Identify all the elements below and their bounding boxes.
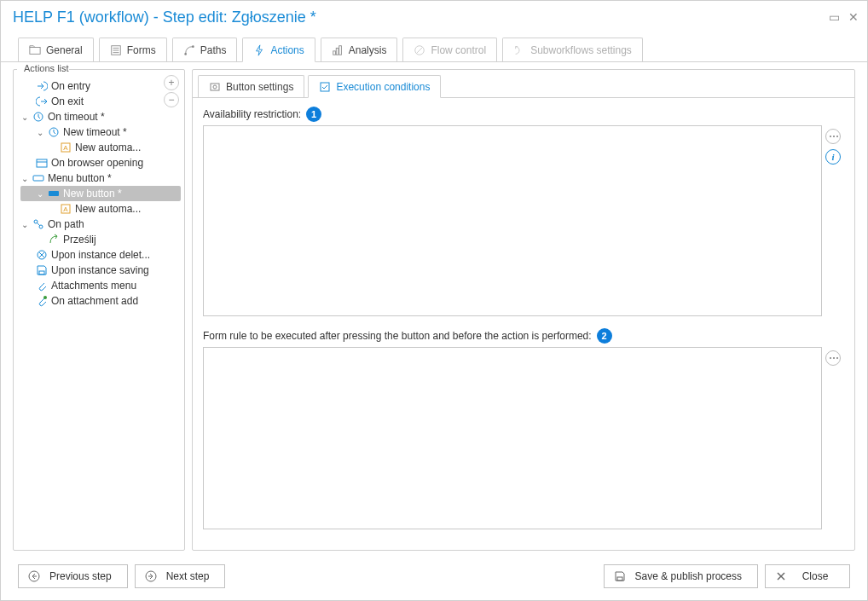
tree-on-entry[interactable]: On entry xyxy=(20,78,181,94)
arrow-right-icon xyxy=(144,569,158,583)
tree-new-timeout[interactable]: ⌄New timeout * xyxy=(20,124,181,140)
availability-info-button[interactable]: i xyxy=(825,149,841,165)
tab-subworkflows-label: Subworkflows settings xyxy=(530,44,632,56)
attachment-icon xyxy=(36,280,48,292)
path-icon xyxy=(32,218,44,230)
subtab-execution-conditions[interactable]: Execution conditions xyxy=(308,75,441,98)
remove-action-button[interactable]: − xyxy=(164,92,179,107)
chevron-down-icon: ⌄ xyxy=(20,113,29,122)
svg-point-6 xyxy=(192,45,194,48)
tab-actions-label: Actions xyxy=(270,44,304,56)
tab-flow-control-label: Flow control xyxy=(431,44,486,56)
menu-button-icon xyxy=(32,172,44,184)
forms-icon xyxy=(110,44,122,56)
conditions-icon xyxy=(319,81,331,93)
svg-rect-28 xyxy=(39,271,44,274)
window-title: HELP F1 (workflow) - Step edit: Zgłoszen… xyxy=(13,9,829,26)
button-icon xyxy=(48,188,60,199)
subworkflows-icon xyxy=(513,44,525,56)
tree-on-exit[interactable]: On exit xyxy=(20,94,181,109)
actions-list-title: Actions list xyxy=(17,63,69,75)
arrow-left-icon xyxy=(27,569,41,583)
previous-step-label: Previous step xyxy=(49,570,112,582)
svg-point-5 xyxy=(184,53,187,55)
svg-rect-18 xyxy=(33,176,43,181)
svg-rect-19 xyxy=(49,191,59,196)
send-icon xyxy=(48,234,60,246)
availability-more-button[interactable]: ⋯ xyxy=(825,129,841,144)
save-publish-label: Save & publish process xyxy=(635,570,742,582)
availability-restriction-label: Availability restriction: 1 xyxy=(203,107,844,122)
tab-forms[interactable]: Forms xyxy=(99,38,167,61)
tree-new-automa-2[interactable]: ANew automa... xyxy=(20,201,181,217)
form-rule-more-button[interactable]: ⋯ xyxy=(825,350,841,366)
automation-icon: A xyxy=(60,203,72,215)
svg-line-24 xyxy=(37,222,40,226)
main-tabstrip: General Forms Paths Actions Analysis Flo… xyxy=(1,33,867,62)
tab-analysis[interactable]: Analysis xyxy=(321,38,398,61)
previous-step-button[interactable]: Previous step xyxy=(18,564,128,588)
minimize-button[interactable]: ▭ xyxy=(829,10,840,24)
next-step-label: Next step xyxy=(166,570,210,582)
svg-rect-0 xyxy=(30,47,40,54)
svg-rect-8 xyxy=(336,48,339,55)
tab-general[interactable]: General xyxy=(18,38,94,61)
tree-upon-instance-delete[interactable]: Upon instance delet... xyxy=(20,247,181,263)
close-window-button[interactable]: ✕ xyxy=(848,10,859,24)
tree-on-attachment-add[interactable]: On attachment add xyxy=(20,293,181,309)
svg-text:A: A xyxy=(63,144,68,152)
svg-rect-7 xyxy=(333,50,336,54)
form-rule-editor[interactable] xyxy=(203,347,822,529)
close-label: Close xyxy=(796,570,834,582)
exit-icon xyxy=(36,95,48,107)
chevron-down-icon: ⌄ xyxy=(36,189,44,199)
svg-rect-16 xyxy=(37,159,47,167)
svg-rect-32 xyxy=(321,83,329,91)
callout-1: 1 xyxy=(306,107,321,122)
tree-przeslij[interactable]: Prześlij xyxy=(20,232,181,247)
actions-list-panel: Actions list + − On entry On exit ⌄On ti… xyxy=(13,69,185,551)
svg-point-31 xyxy=(213,85,217,89)
tree-menu-button[interactable]: ⌄Menu button * xyxy=(20,170,181,186)
tree-on-timeout[interactable]: ⌄On timeout * xyxy=(20,109,181,124)
entry-icon xyxy=(36,80,48,92)
svg-rect-35 xyxy=(617,577,622,581)
subtab-execution-conditions-label: Execution conditions xyxy=(336,81,430,93)
tab-general-label: General xyxy=(46,44,83,56)
svg-point-29 xyxy=(43,296,47,299)
tree-on-path[interactable]: ⌄On path xyxy=(20,217,181,232)
availability-restriction-editor[interactable] xyxy=(203,125,822,316)
callout-2: 2 xyxy=(597,328,612,344)
flow-control-icon xyxy=(414,44,425,56)
tree-attachments-menu[interactable]: Attachments menu xyxy=(20,278,181,293)
svg-line-11 xyxy=(417,47,423,53)
tree-new-automa-1[interactable]: ANew automa... xyxy=(20,140,181,155)
add-action-button[interactable]: + xyxy=(164,75,179,90)
attachment-add-icon xyxy=(36,295,48,307)
tab-paths-label: Paths xyxy=(200,44,227,56)
svg-rect-30 xyxy=(211,84,219,90)
main-panel: Button settings Execution conditions Ava… xyxy=(192,69,855,551)
settings-icon xyxy=(209,81,221,93)
svg-rect-9 xyxy=(339,45,342,55)
tab-forms-label: Forms xyxy=(127,44,156,56)
svg-text:A: A xyxy=(63,205,68,213)
subtab-button-settings[interactable]: Button settings xyxy=(198,75,304,97)
tab-paths[interactable]: Paths xyxy=(172,38,238,61)
save-publish-icon xyxy=(613,569,627,583)
browser-icon xyxy=(36,157,48,169)
save-publish-button[interactable]: Save & publish process xyxy=(604,564,758,588)
subtab-button-settings-label: Button settings xyxy=(226,81,293,93)
tree-upon-instance-saving[interactable]: Upon instance saving xyxy=(20,263,181,278)
tree-new-button[interactable]: ⌄New button * xyxy=(20,186,181,201)
tab-analysis-label: Analysis xyxy=(349,44,387,56)
close-button[interactable]: Close xyxy=(765,564,850,588)
automation-icon: A xyxy=(60,142,72,153)
tab-actions[interactable]: Actions xyxy=(242,38,315,62)
analysis-icon xyxy=(332,44,344,56)
clock-icon xyxy=(48,126,60,138)
close-icon xyxy=(774,569,788,583)
folder-icon xyxy=(29,44,41,56)
next-step-button[interactable]: Next step xyxy=(135,564,226,588)
tree-on-browser-opening[interactable]: On browser opening xyxy=(20,155,181,170)
